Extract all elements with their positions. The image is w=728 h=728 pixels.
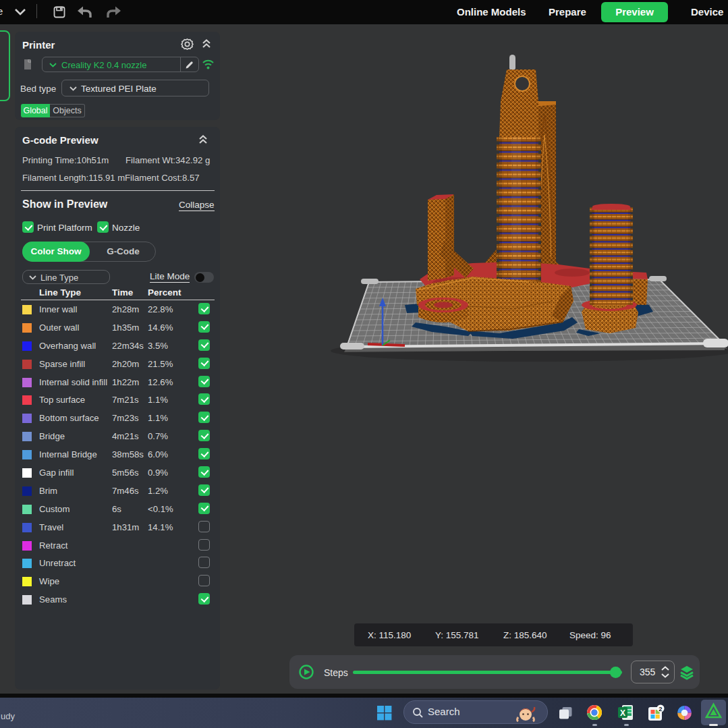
svg-text:2: 2: [659, 705, 662, 712]
svg-text:X: X: [620, 708, 625, 718]
